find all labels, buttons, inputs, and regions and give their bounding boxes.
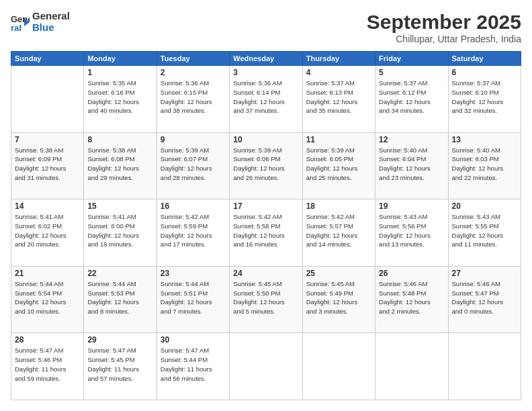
day-info: Sunrise: 5:40 AM Sunset: 6:03 PM Dayligh… [452,146,517,183]
column-header-monday: Monday [84,52,157,66]
day-number: 10 [233,135,298,144]
calendar-cell: 14Sunrise: 5:41 AM Sunset: 6:02 PM Dayli… [11,199,84,267]
day-number: 28 [15,335,80,345]
day-info: Sunrise: 5:43 AM Sunset: 5:55 PM Dayligh… [452,212,517,249]
day-info: Sunrise: 5:46 AM Sunset: 5:47 PM Dayligh… [452,279,517,316]
calendar-cell [375,333,448,400]
day-number: 23 [161,269,226,278]
day-number: 25 [306,269,371,278]
day-number: 9 [161,135,226,144]
day-info: Sunrise: 5:47 AM Sunset: 5:44 PM Dayligh… [161,346,226,383]
day-number: 20 [452,201,517,211]
day-info: Sunrise: 5:39 AM Sunset: 6:05 PM Dayligh… [306,146,371,183]
calendar-cell: 16Sunrise: 5:42 AM Sunset: 5:59 PM Dayli… [157,199,229,267]
calendar-header-row: SundayMondayTuesdayWednesdayThursdayFrid… [11,52,521,66]
day-info: Sunrise: 5:39 AM Sunset: 6:07 PM Dayligh… [161,146,226,183]
calendar-table: SundayMondayTuesdayWednesdayThursdayFrid… [11,51,521,400]
day-number: 7 [15,135,80,144]
day-number: 17 [233,201,298,211]
calendar-cell: 29Sunrise: 5:47 AM Sunset: 5:45 PM Dayli… [84,333,157,400]
logo-icon: Gene ral [11,13,30,32]
week-row-4: 21Sunrise: 5:44 AM Sunset: 5:54 PM Dayli… [11,266,521,333]
day-info: Sunrise: 5:45 AM Sunset: 5:49 PM Dayligh… [306,279,371,316]
day-number: 29 [87,335,152,345]
calendar-cell: 21Sunrise: 5:44 AM Sunset: 5:54 PM Dayli… [11,266,84,333]
day-number: 27 [452,269,517,278]
day-info: Sunrise: 5:44 AM Sunset: 5:51 PM Dayligh… [161,279,226,316]
day-info: Sunrise: 5:38 AM Sunset: 6:09 PM Dayligh… [15,146,80,183]
column-header-sunday: Sunday [11,52,84,66]
day-number: 4 [306,68,371,77]
calendar-cell: 25Sunrise: 5:45 AM Sunset: 5:49 PM Dayli… [302,266,375,333]
column-header-friday: Friday [375,52,448,66]
day-info: Sunrise: 5:45 AM Sunset: 5:50 PM Dayligh… [233,279,298,316]
day-info: Sunrise: 5:40 AM Sunset: 6:04 PM Dayligh… [379,146,444,183]
week-row-2: 7Sunrise: 5:38 AM Sunset: 6:09 PM Daylig… [11,132,521,199]
week-row-3: 14Sunrise: 5:41 AM Sunset: 6:02 PM Dayli… [11,199,521,267]
week-row-1: 1Sunrise: 5:35 AM Sunset: 6:16 PM Daylig… [11,66,521,133]
location: Chillupar, Uttar Pradesh, India [367,34,521,44]
day-info: Sunrise: 5:44 AM Sunset: 5:53 PM Dayligh… [87,279,152,316]
day-info: Sunrise: 5:36 AM Sunset: 6:15 PM Dayligh… [161,79,226,116]
logo: Gene ral General Blue [11,11,70,33]
day-number: 22 [87,269,152,278]
header: Gene ral General Blue September 2025 Chi… [11,11,521,44]
calendar-cell: 17Sunrise: 5:42 AM Sunset: 5:58 PM Dayli… [230,199,302,267]
calendar-cell [448,333,521,400]
calendar-cell: 1Sunrise: 5:35 AM Sunset: 6:16 PM Daylig… [84,66,157,133]
calendar-cell: 12Sunrise: 5:40 AM Sunset: 6:04 PM Dayli… [375,132,448,199]
day-info: Sunrise: 5:41 AM Sunset: 6:02 PM Dayligh… [15,212,80,249]
calendar-cell: 27Sunrise: 5:46 AM Sunset: 5:47 PM Dayli… [448,266,521,333]
day-number: 6 [452,68,517,77]
calendar-cell [302,333,375,400]
calendar-cell: 18Sunrise: 5:42 AM Sunset: 5:57 PM Dayli… [302,199,375,267]
calendar-cell [230,333,302,400]
day-info: Sunrise: 5:46 AM Sunset: 5:48 PM Dayligh… [379,279,444,316]
svg-text:ral: ral [11,23,21,32]
day-info: Sunrise: 5:39 AM Sunset: 6:06 PM Dayligh… [233,146,298,183]
column-header-thursday: Thursday [302,52,375,66]
day-number: 16 [161,201,226,211]
day-info: Sunrise: 5:37 AM Sunset: 6:10 PM Dayligh… [452,79,517,116]
day-number: 21 [15,269,80,278]
calendar-cell: 22Sunrise: 5:44 AM Sunset: 5:53 PM Dayli… [84,266,157,333]
day-number: 12 [379,135,444,144]
day-number: 14 [15,201,80,211]
calendar-cell: 9Sunrise: 5:39 AM Sunset: 6:07 PM Daylig… [157,132,229,199]
day-info: Sunrise: 5:44 AM Sunset: 5:54 PM Dayligh… [15,279,80,316]
day-number: 30 [161,335,226,345]
day-number: 18 [306,201,371,211]
calendar-cell: 2Sunrise: 5:36 AM Sunset: 6:15 PM Daylig… [157,66,229,133]
day-info: Sunrise: 5:43 AM Sunset: 5:56 PM Dayligh… [379,212,444,249]
calendar-cell: 3Sunrise: 5:36 AM Sunset: 6:14 PM Daylig… [230,66,302,133]
day-info: Sunrise: 5:42 AM Sunset: 5:57 PM Dayligh… [306,212,371,249]
page: Gene ral General Blue September 2025 Chi… [0,0,532,411]
calendar-cell: 7Sunrise: 5:38 AM Sunset: 6:09 PM Daylig… [11,132,84,199]
day-info: Sunrise: 5:47 AM Sunset: 5:45 PM Dayligh… [87,346,152,383]
calendar-cell: 13Sunrise: 5:40 AM Sunset: 6:03 PM Dayli… [448,132,521,199]
logo-text: General Blue [32,11,70,33]
day-info: Sunrise: 5:42 AM Sunset: 5:59 PM Dayligh… [161,212,226,249]
logo-general: General [32,10,70,21]
column-header-tuesday: Tuesday [157,52,229,66]
day-info: Sunrise: 5:36 AM Sunset: 6:14 PM Dayligh… [233,79,298,116]
day-info: Sunrise: 5:37 AM Sunset: 6:13 PM Dayligh… [306,79,371,116]
day-number: 11 [306,135,371,144]
day-info: Sunrise: 5:42 AM Sunset: 5:58 PM Dayligh… [233,212,298,249]
calendar-cell: 19Sunrise: 5:43 AM Sunset: 5:56 PM Dayli… [375,199,448,267]
title-block: September 2025 Chillupar, Uttar Pradesh,… [367,11,521,44]
day-number: 19 [379,201,444,211]
day-number: 2 [161,68,226,77]
calendar-cell: 30Sunrise: 5:47 AM Sunset: 5:44 PM Dayli… [157,333,229,400]
calendar-cell: 5Sunrise: 5:37 AM Sunset: 6:12 PM Daylig… [375,66,448,133]
calendar-cell: 6Sunrise: 5:37 AM Sunset: 6:10 PM Daylig… [448,66,521,133]
calendar-cell: 24Sunrise: 5:45 AM Sunset: 5:50 PM Dayli… [230,266,302,333]
week-row-5: 28Sunrise: 5:47 AM Sunset: 5:46 PM Dayli… [11,333,521,400]
logo-blue: Blue [32,21,54,33]
calendar-cell: 23Sunrise: 5:44 AM Sunset: 5:51 PM Dayli… [157,266,229,333]
column-header-wednesday: Wednesday [230,52,302,66]
calendar-cell: 15Sunrise: 5:41 AM Sunset: 6:00 PM Dayli… [84,199,157,267]
calendar-cell: 10Sunrise: 5:39 AM Sunset: 6:06 PM Dayli… [230,132,302,199]
month-title: September 2025 [367,11,521,34]
day-number: 3 [233,68,298,77]
